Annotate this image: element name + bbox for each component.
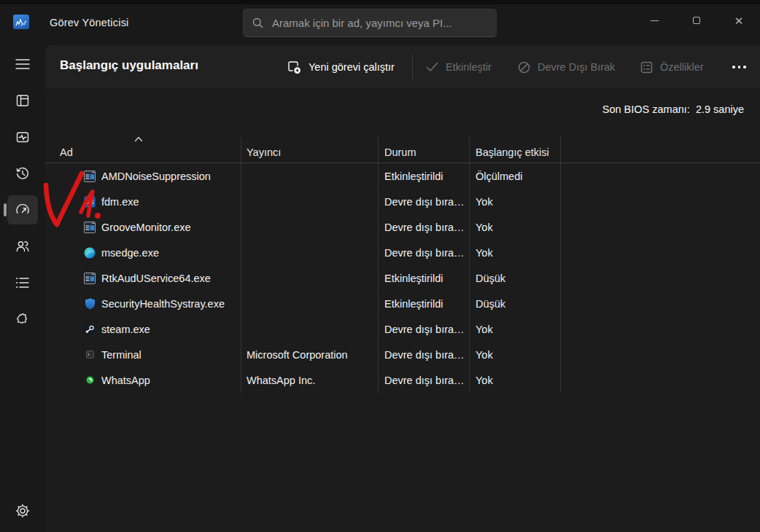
run-new-task-label: Yeni görevi çalıştır [309, 61, 395, 73]
maximize-button[interactable] [675, 4, 718, 36]
ellipsis-icon [732, 66, 746, 69]
app-publisher: WhatsApp Inc. [241, 375, 378, 386]
table-row[interactable]: AMDNoiseSuppression Etkinleştirildi Ölçü… [45, 163, 760, 189]
table-row[interactable]: SecurityHealthSystray.exe Etkinleştirild… [45, 291, 760, 316]
bios-time-label: Son BIOS zamanı: [602, 103, 690, 115]
sidebar-item-details[interactable] [7, 268, 38, 297]
app-icon [84, 273, 96, 284]
app-publisher: Microsoft Corporation [241, 349, 378, 361]
table-body: AMDNoiseSuppression Etkinleştirildi Ölçü… [45, 163, 760, 393]
app-name: Terminal [101, 349, 141, 361]
table-row[interactable]: msedge.exe Devre dışı bıra… Yok [45, 240, 760, 265]
properties-icon [640, 61, 653, 74]
close-icon: ✕ [734, 15, 744, 26]
app-status: Devre dışı bıra… [378, 349, 469, 361]
sidebar-item-processes[interactable] [7, 86, 38, 115]
app-name: SecurityHealthSystray.exe [101, 298, 225, 310]
app-icon [84, 298, 96, 310]
app-status: Etkinleştirildi [378, 298, 469, 310]
task-manager-logo-icon [13, 15, 29, 29]
sidebar [0, 45, 45, 532]
search-input[interactable] [272, 17, 487, 29]
block-icon [518, 61, 530, 74]
app-name: WhatsApp [101, 375, 150, 386]
services-puzzle-icon [15, 312, 30, 326]
app-status: Devre dışı bıra… [378, 222, 469, 233]
column-header-publisher[interactable]: Yayıncı [241, 146, 378, 158]
toolbar: Başlangıç uygulamaları Yeni görevi çalış… [45, 45, 760, 89]
app-status: Etkinleştirildi [378, 171, 469, 182]
app-name: msedge.exe [101, 247, 159, 259]
disable-button[interactable]: Devre Dışı Bırak [513, 45, 619, 89]
bios-time-value: 2.9 saniye [696, 103, 744, 115]
app-status: Devre dışı bıra… [378, 324, 469, 335]
bios-time: Son BIOS zamanı: 2.9 saniye [602, 103, 744, 115]
app-status: Devre dışı bıra… [378, 375, 469, 386]
app-name: RtkAudUService64.exe [101, 273, 211, 284]
processes-icon [15, 93, 30, 108]
minimize-icon [651, 20, 659, 21]
sidebar-item-startup-apps[interactable] [7, 195, 38, 224]
startup-apps-gauge-icon [15, 203, 30, 217]
column-header-impact[interactable]: Başlangıç etkisi [469, 146, 560, 158]
window-controls: ✕ [633, 4, 760, 36]
column-header-status[interactable]: Durum [378, 146, 469, 158]
settings-gear-icon [15, 504, 30, 518]
close-button[interactable]: ✕ [718, 4, 760, 36]
column-header-name[interactable]: Ad [45, 146, 241, 158]
performance-icon [15, 130, 30, 144]
table-row[interactable]: GrooveMonitor.exe Devre dışı bıra… Yok [45, 214, 760, 240]
search-icon [252, 17, 263, 28]
sidebar-item-settings[interactable] [7, 496, 38, 525]
app-name: steam.exe [101, 324, 150, 335]
app-history-icon [15, 166, 30, 181]
app-impact: Yok [469, 324, 560, 335]
search-box[interactable] [243, 9, 497, 37]
maximize-icon [693, 17, 700, 24]
app-name: GrooveMonitor.exe [101, 222, 191, 233]
table-row[interactable]: Terminal Microsoft Corporation Devre dış… [45, 342, 760, 367]
app-icon [84, 171, 96, 182]
hamburger-menu-icon [15, 58, 30, 70]
more-options-button[interactable] [728, 45, 751, 89]
sort-ascending-chevron-icon [134, 136, 143, 142]
app-impact: Düşük [469, 298, 560, 310]
app-impact: Yok [469, 349, 560, 361]
sidebar-item-users[interactable] [7, 232, 38, 261]
sidebar-menu-button[interactable] [7, 50, 38, 79]
app-status: Devre dışı bıra… [378, 196, 469, 208]
table-row[interactable]: RtkAudUService64.exe Etkinleştirildi Düş… [45, 265, 760, 291]
table-header: Ad Yayıncı Durum Başlangıç etkisi [45, 137, 760, 163]
enable-button[interactable]: Etkinleştir [422, 45, 496, 89]
column-separator [241, 137, 241, 393]
check-icon [426, 62, 438, 72]
app-impact: Ölçülmedi [469, 171, 560, 182]
table-row[interactable]: WhatsApp WhatsApp Inc. Devre dışı bıra… … [45, 367, 760, 393]
app-impact: Yok [469, 196, 560, 208]
sidebar-item-app-history[interactable] [7, 159, 38, 188]
table-row[interactable]: steam.exe Devre dışı bıra… Yok [45, 316, 760, 342]
details-list-icon [15, 277, 30, 289]
app-name: fdm.exe [101, 196, 139, 208]
app-icon [84, 196, 96, 208]
app-status: Devre dışı bıra… [378, 247, 469, 259]
app-icon [84, 247, 96, 259]
app-impact: Düşük [469, 273, 560, 284]
app-icon [84, 375, 96, 386]
app-impact: Yok [469, 375, 560, 386]
enable-label: Etkinleştir [446, 61, 492, 73]
page-title: Başlangıç uygulamaları [60, 58, 198, 73]
table-row[interactable]: fdm.exe Devre dışı bıra… Yok [45, 189, 760, 214]
app-icon [84, 222, 96, 233]
sidebar-item-services[interactable] [7, 305, 38, 334]
sidebar-item-performance[interactable] [7, 122, 38, 152]
minimize-button[interactable] [633, 4, 675, 36]
column-separator [560, 137, 561, 393]
app-icon [84, 324, 96, 335]
run-new-task-button[interactable]: Yeni görevi çalıştır [283, 45, 399, 89]
app-impact: Yok [469, 222, 560, 233]
startup-apps-table: Ad Yayıncı Durum Başlangıç etkisi AMDNoi… [45, 137, 760, 393]
properties-label: Özellikler [660, 61, 704, 73]
properties-button[interactable]: Özellikler [636, 45, 708, 89]
toolbar-divider [412, 55, 413, 79]
